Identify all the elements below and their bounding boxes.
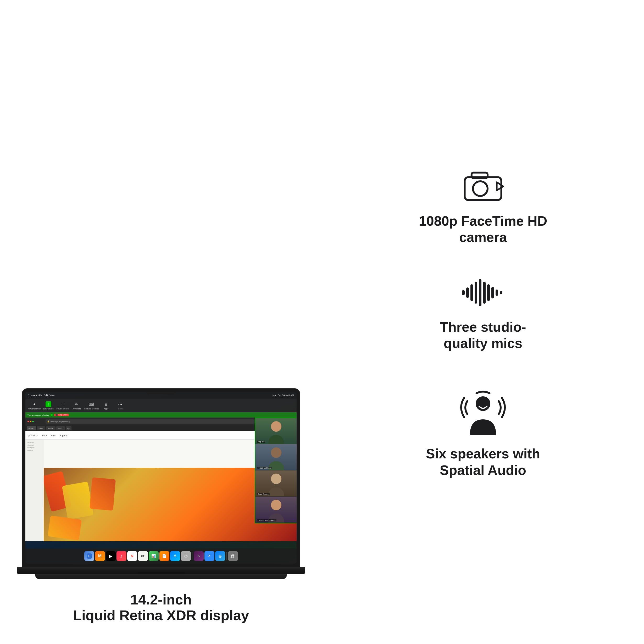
sidebar-checkout: checkout: [27, 444, 42, 446]
camera-title-line2: camera: [459, 230, 507, 245]
ai-companion-label: AI Companion: [28, 408, 41, 410]
speakers-title-line2: Spatial Audio: [440, 463, 526, 478]
sidebar-instagram: instagram: [27, 447, 42, 448]
participant-name-angi: Angi Wu: [257, 441, 265, 443]
svg-rect-13: [491, 287, 494, 298]
stop-share-button[interactable]: ⬛ Stop Share: [54, 414, 69, 416]
browser-tab-by-label: By.: [67, 428, 70, 429]
dock-freeform-icon[interactable]: ✏: [138, 551, 148, 561]
browser-tab-home-label: Home .: [29, 428, 35, 429]
nav-store[interactable]: store: [42, 434, 47, 437]
participant-body-angi: [268, 435, 284, 444]
dock-separator-2: [226, 552, 227, 560]
left-caption-title: 14.2-inch Liquid Retina XDR display: [73, 592, 249, 623]
browser-tab-kobu[interactable]: Xobu .: [37, 426, 45, 430]
dock-pages-icon[interactable]: 📄: [159, 551, 169, 561]
dock-m-icon[interactable]: M: [95, 551, 105, 561]
nav-now[interactable]: now: [51, 434, 56, 437]
browser-close-button[interactable]: [27, 421, 29, 422]
dock-settings-icon[interactable]: ⚙: [181, 551, 191, 561]
svg-rect-10: [479, 279, 481, 306]
browser-tab-by[interactable]: By.: [66, 426, 71, 430]
toolbar-apps[interactable]: ⊞ Apps: [99, 400, 113, 411]
browser-tab-home[interactable]: Home .: [27, 426, 36, 430]
apps-icon: ⊞: [103, 401, 109, 407]
pause-share-icon: ⏸: [60, 401, 65, 407]
menu-file: File: [38, 394, 42, 397]
dock-slack-icon[interactable]: S: [194, 551, 204, 561]
remote-control-label: Remote Control: [84, 408, 99, 410]
speakers-feature-text: Six speakers with Spatial Audio: [426, 446, 540, 478]
annotate-icon: ✏: [74, 401, 80, 407]
menu-bar-left:  zoom File Edit View: [28, 393, 54, 397]
nav-products[interactable]: products: [29, 434, 38, 437]
svg-rect-15: [500, 291, 502, 294]
dock-appletv-icon[interactable]: ▶: [106, 551, 116, 561]
macbook-base: [17, 567, 305, 574]
new-share-icon: ↑: [46, 401, 51, 407]
nav-support[interactable]: support: [60, 434, 68, 437]
menu-bar-right: Mon Oct 30 9:41 AM: [273, 394, 294, 397]
dock-separator: [192, 552, 192, 560]
more-label: More: [118, 408, 123, 410]
svg-rect-8: [470, 284, 473, 301]
waveform-icon-wrapper: [457, 277, 509, 308]
menu-bar:  zoom File Edit View Mon Oct 30 9:41 AM: [25, 392, 297, 399]
dock-appstore-icon[interactable]: A: [170, 551, 180, 561]
toolbar-annotate[interactable]: ✏ Annotate: [70, 400, 84, 411]
camera-icon: [459, 166, 507, 202]
browser-maximize-button[interactable]: [32, 421, 34, 422]
mics-feature-text: Three studio- quality mics: [440, 319, 526, 352]
svg-point-3: [473, 181, 488, 196]
participant-face-carmen: [271, 500, 281, 510]
sidebar-view-cart: view cart: [27, 442, 42, 443]
toolbar-more[interactable]: ••• More: [113, 400, 127, 411]
dock-finder-icon[interactable]: F: [84, 551, 94, 561]
website-sidebar: view cart checkout instagram designs: [25, 440, 44, 541]
screen-share-bar: You are screen sharing ⬛ Stop Share: [25, 412, 297, 418]
browser-tab-12hrs-label: 12hrs .: [58, 428, 63, 429]
toolbar-new-share[interactable]: ↑ New Share: [42, 400, 55, 411]
left-section:  zoom File Edit View Mon Oct 30 9:41 AM: [0, 0, 322, 644]
dock-zoom-icon[interactable]: Z: [204, 551, 214, 561]
participant-face-david: [271, 474, 281, 484]
speakers-feature-title: Six speakers with Spatial Audio: [426, 446, 540, 478]
mics-feature-title: Three studio- quality mics: [440, 319, 526, 352]
participant-name-david: David Beau…: [257, 493, 270, 495]
participant-body-david: [268, 487, 284, 496]
toolbar-ai-companion[interactable]: ✦ AI Companion: [27, 400, 41, 411]
speakers-icon-wrapper: [454, 383, 512, 435]
dock-news-icon[interactable]: N: [127, 551, 137, 561]
dock-music-icon[interactable]: ♪: [116, 551, 126, 561]
zoom-participant-angi: Angi Wu: [255, 418, 297, 444]
browser-address-bar[interactable]: 🔒 teenage.engineering: [46, 419, 284, 424]
svg-rect-9: [475, 282, 477, 304]
zoom-participant-carmen: Carmen Sharafeldeen: [255, 497, 297, 523]
mics-title-line2: quality mics: [444, 336, 523, 351]
new-share-label: New Share: [43, 408, 54, 410]
browser-tab-12hrs[interactable]: 12hrs .: [56, 426, 65, 430]
svg-rect-4: [471, 173, 487, 178]
toolbar-remote-control[interactable]: ⌨ Remote Control: [84, 400, 99, 411]
product-img-block-4: [48, 515, 82, 541]
browser-tab-another[interactable]: Anothe.: [46, 426, 55, 430]
camera-feature-title: 1080p FaceTime HD camera: [419, 213, 547, 246]
menu-edit: Edit: [44, 394, 48, 397]
page-container:  zoom File Edit View Mon Oct 30 9:41 AM: [0, 0, 644, 644]
left-caption-line1: 14.2-inch: [130, 592, 192, 607]
participant-face-jordan: [271, 447, 281, 458]
dock-safari-icon[interactable]: ⊕: [215, 551, 225, 561]
apple-logo-icon: : [28, 393, 29, 397]
svg-rect-12: [487, 284, 490, 301]
macbook-hinge: [137, 572, 185, 574]
toolbar-pause-share[interactable]: ⏸ Pause Share: [56, 400, 69, 411]
zoom-panel: Angi Wu Jordan McShane: [255, 418, 297, 523]
dock-trash-icon[interactable]: 🗑: [228, 551, 238, 561]
ai-companion-icon: ✦: [31, 401, 37, 407]
participant-face-angi: [271, 421, 281, 432]
menu-bar-datetime: Mon Oct 30 9:41 AM: [273, 394, 294, 397]
zoom-video-grid: Angi Wu Jordan McShane: [255, 418, 296, 523]
browser-minimize-button[interactable]: [30, 421, 31, 422]
feature-mics: Three studio- quality mics: [404, 277, 562, 352]
dock-numbers-icon[interactable]: 📊: [149, 551, 159, 561]
